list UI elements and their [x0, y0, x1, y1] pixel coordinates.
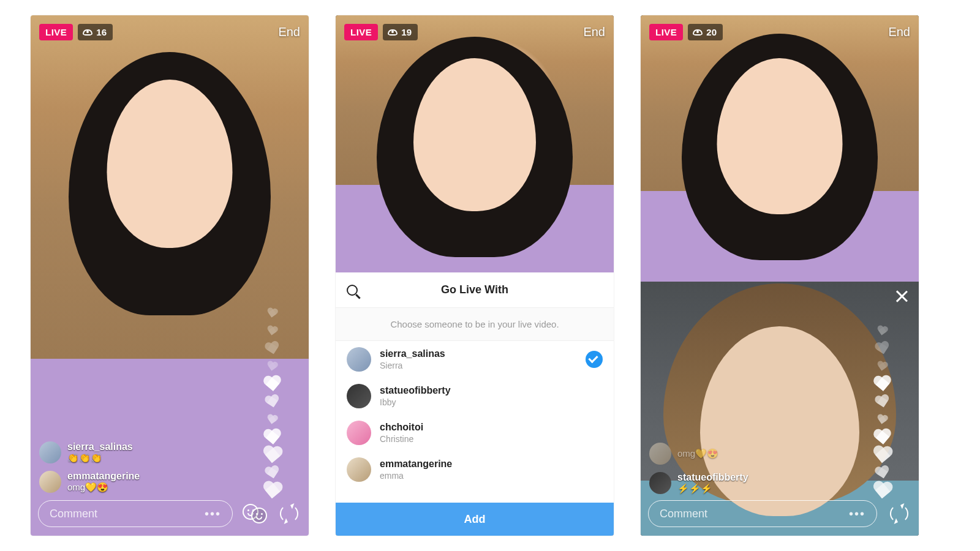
add-button[interactable]: Add — [336, 503, 614, 536]
comment-user: statueofibberty — [677, 472, 748, 483]
live-comment: emmatangerine omg💛😍 — [39, 471, 140, 493]
viewer-count: 16 — [96, 27, 107, 37]
switch-camera-icon — [888, 503, 910, 525]
live-badge: LIVE — [649, 24, 683, 40]
bottom-bar: Comment ••• — [648, 500, 911, 527]
more-options-icon[interactable]: ••• — [849, 507, 865, 521]
display-name: emma — [380, 471, 452, 481]
top-bar: LIVE 16 End — [39, 24, 300, 40]
remove-guest-button[interactable] — [893, 288, 910, 305]
comment-text: ⚡⚡⚡ — [677, 483, 748, 493]
avatar — [649, 443, 671, 465]
screen-split-live: LIVE 20 End — [641, 15, 919, 536]
comment-text: 👏👏👏 — [67, 452, 133, 463]
avatar — [347, 457, 371, 482]
switch-camera-icon — [278, 503, 300, 525]
screen-go-live-with-picker: LIVE 19 End Go Live With Choose someone … — [336, 15, 614, 536]
avatar — [347, 347, 371, 372]
comment-input[interactable]: Comment ••• — [648, 500, 877, 527]
avatar — [347, 384, 371, 408]
display-name: Ibby — [380, 397, 451, 407]
username: chchoitoi — [380, 422, 423, 433]
sheet-title: Go Live With — [441, 283, 508, 296]
switch-camera-button[interactable] — [277, 501, 301, 526]
top-bar: LIVE 20 End — [649, 24, 910, 40]
sheet-subtitle: Choose someone to be in your live video. — [336, 308, 614, 341]
more-options-icon[interactable]: ••• — [205, 507, 221, 521]
user-row[interactable]: sierra_salinas Sierra — [336, 341, 614, 378]
username: emmatangerine — [380, 459, 452, 470]
user-row[interactable]: emmatangerine emma — [336, 451, 614, 488]
eye-icon — [83, 29, 92, 36]
live-comment: omg💛😍 — [649, 443, 748, 465]
screen-live-broadcast: LIVE 16 End sierra_salinas 👏👏� — [31, 15, 309, 536]
live-comment: statueofibberty ⚡⚡⚡ — [649, 472, 748, 494]
live-badge: LIVE — [344, 24, 378, 40]
guest-pane: omg💛😍 statueofibberty ⚡⚡⚡ Comment — [641, 282, 919, 536]
user-list: sierra_salinas Sierra statueofibberty Ib… — [336, 341, 614, 488]
viewer-count: 20 — [706, 27, 717, 37]
comment-input[interactable]: Comment ••• — [38, 500, 233, 527]
username: sierra_salinas — [380, 348, 445, 359]
display-name: Christine — [380, 434, 423, 444]
viewer-count-badge[interactable]: 19 — [383, 24, 418, 40]
broadcaster-pane: LIVE 20 End — [641, 15, 919, 282]
avatar — [39, 471, 61, 493]
avatar — [649, 472, 671, 494]
eye-icon — [388, 29, 398, 36]
comment-text: omg💛😍 — [67, 482, 140, 492]
user-row[interactable]: chchoitoi Christine — [336, 414, 614, 451]
user-row[interactable]: statueofibberty Ibby — [336, 378, 614, 414]
end-button[interactable]: End — [583, 25, 605, 39]
two-faces-icon — [243, 501, 267, 526]
selected-check-icon — [586, 351, 603, 368]
comment-user: emmatangerine — [67, 471, 140, 482]
display-name: Sierra — [380, 361, 445, 370]
top-bar: LIVE 19 End — [344, 24, 605, 40]
add-guest-button[interactable] — [243, 501, 267, 526]
broadcast-preview: LIVE 19 End — [336, 15, 614, 272]
search-icon — [347, 285, 358, 296]
bottom-bar: Comment ••• — [38, 500, 301, 527]
hearts-stream — [851, 323, 913, 499]
live-comment: sierra_salinas 👏👏👏 — [39, 441, 140, 463]
switch-camera-button[interactable] — [887, 501, 911, 526]
comment-placeholder: Comment — [50, 508, 97, 520]
viewer-count-badge[interactable]: 20 — [688, 24, 723, 40]
hearts-stream — [241, 305, 303, 499]
live-badge: LIVE — [39, 24, 73, 40]
comment-user: sierra_salinas — [67, 441, 133, 452]
sheet-header: Go Live With — [336, 272, 614, 308]
username: statueofibberty — [380, 385, 451, 396]
avatar — [39, 441, 61, 463]
go-live-with-sheet: Go Live With Choose someone to be in you… — [336, 272, 614, 536]
comment-text: omg💛😍 — [677, 448, 718, 459]
live-comments: omg💛😍 statueofibberty ⚡⚡⚡ — [649, 443, 748, 494]
end-button[interactable]: End — [888, 25, 910, 39]
live-comments: sierra_salinas 👏👏👏 emmatangerine omg💛😍 — [39, 441, 140, 493]
avatar — [347, 421, 371, 445]
viewer-count-badge[interactable]: 16 — [78, 24, 113, 40]
end-button[interactable]: End — [278, 25, 300, 39]
comment-placeholder: Comment — [660, 508, 707, 520]
eye-icon — [693, 29, 703, 36]
viewer-count: 19 — [401, 27, 412, 37]
search-button[interactable] — [347, 285, 358, 296]
